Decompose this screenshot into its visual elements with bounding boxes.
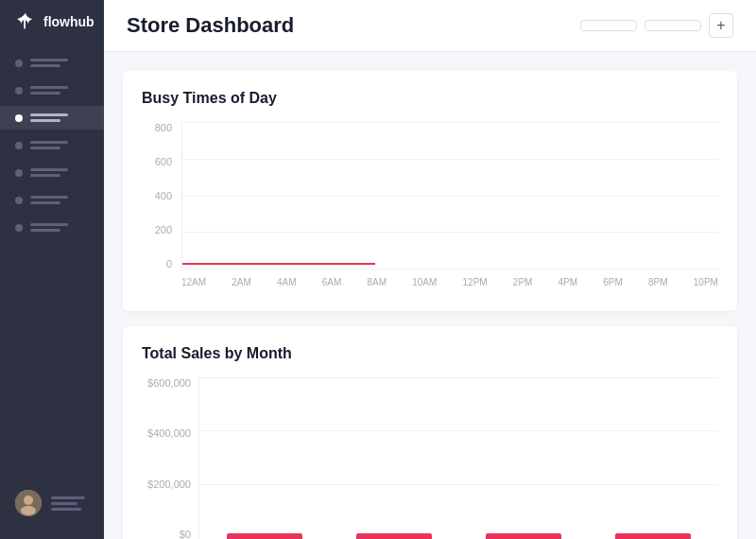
bar-group-september bbox=[329, 377, 458, 539]
busy-times-title: Busy Times of Day bbox=[142, 90, 718, 107]
sidebar-lines-2 bbox=[30, 86, 68, 95]
y-label-200: 200 bbox=[155, 224, 178, 235]
busy-plot-area bbox=[181, 122, 718, 270]
busy-y-labels: 800 600 400 200 0 bbox=[142, 122, 178, 270]
busy-times-chart: 800 600 400 200 0 12AM bbox=[142, 122, 718, 292]
avatar-image bbox=[15, 490, 42, 516]
total-sales-section: Total Sales by Month $600,000 $400,000 $… bbox=[123, 326, 737, 539]
x-label-8pm: 8PM bbox=[648, 277, 668, 287]
x-label-8am: 8AM bbox=[368, 277, 387, 287]
sidebar-dot-7 bbox=[15, 224, 23, 232]
busy-chart-area: 800 600 400 200 0 12AM bbox=[142, 122, 718, 292]
sidebar-dot-6 bbox=[15, 197, 23, 204]
bar-grid-top bbox=[199, 377, 718, 378]
y-label-0: 0 bbox=[166, 258, 178, 270]
x-label-10pm: 10PM bbox=[694, 277, 718, 287]
logo: flowhub bbox=[0, 11, 110, 51]
grid-line-2 bbox=[182, 159, 718, 160]
sidebar-dot-4 bbox=[15, 142, 23, 149]
avatar[interactable] bbox=[15, 490, 42, 516]
sales-y-200k: $200,000 bbox=[147, 478, 197, 490]
y-label-600: 600 bbox=[155, 156, 178, 167]
sidebar-lines-6 bbox=[30, 196, 68, 204]
sidebar-item-2[interactable] bbox=[0, 78, 104, 102]
sidebar-nav bbox=[0, 51, 104, 478]
sidebar-dot-2 bbox=[15, 87, 23, 95]
filter-btn-2[interactable] bbox=[644, 20, 701, 31]
bar-august bbox=[227, 533, 302, 539]
main-content: Store Dashboard + Busy Times of Day 800 … bbox=[104, 0, 756, 539]
sidebar-dot-1 bbox=[15, 60, 23, 67]
sidebar-footer-lines bbox=[51, 496, 85, 511]
busy-times-section: Busy Times of Day 800 600 400 200 0 bbox=[123, 71, 737, 311]
x-label-4am: 4AM bbox=[277, 277, 297, 287]
bar-group-august bbox=[199, 377, 329, 539]
bar-group-november bbox=[589, 377, 718, 539]
sidebar: flowhub bbox=[0, 0, 104, 539]
grid-line-4 bbox=[182, 232, 718, 233]
header-controls: + bbox=[580, 13, 733, 38]
sales-plot-area bbox=[198, 377, 718, 539]
sales-y-600k: $600,000 bbox=[147, 377, 197, 389]
x-label-4pm: 4PM bbox=[558, 277, 578, 287]
svg-point-2 bbox=[21, 506, 36, 515]
x-label-2pm: 2PM bbox=[513, 277, 533, 287]
bar-grid-3 bbox=[199, 484, 718, 485]
add-button[interactable]: + bbox=[709, 13, 733, 38]
bar-october bbox=[486, 533, 561, 539]
logo-icon bbox=[15, 11, 36, 32]
sidebar-dot-5 bbox=[15, 169, 23, 177]
bar-november bbox=[615, 533, 691, 539]
grid-line-top bbox=[182, 122, 718, 123]
sidebar-dot-3 bbox=[15, 114, 23, 122]
filter-btn-1[interactable] bbox=[580, 20, 637, 31]
x-label-12am: 12AM bbox=[181, 277, 206, 287]
logo-text: flowhub bbox=[43, 14, 94, 29]
x-label-12pm: 12PM bbox=[463, 277, 488, 287]
sidebar-lines-7 bbox=[30, 223, 68, 232]
sidebar-item-6[interactable] bbox=[0, 188, 104, 212]
sidebar-item-3[interactable] bbox=[0, 106, 104, 130]
sidebar-item-7[interactable] bbox=[0, 216, 104, 239]
busy-data-line bbox=[182, 263, 375, 265]
sidebar-footer bbox=[0, 478, 100, 528]
x-label-10am: 10AM bbox=[412, 277, 437, 287]
sales-y-400k: $400,000 bbox=[147, 427, 197, 439]
sales-y-labels: $600,000 $400,000 $200,000 $0 bbox=[142, 377, 197, 539]
x-label-6pm: 6PM bbox=[603, 277, 623, 287]
bar-september bbox=[356, 533, 432, 539]
y-label-400: 400 bbox=[155, 190, 178, 201]
x-label-6am: 6AM bbox=[322, 277, 342, 287]
sidebar-lines-1 bbox=[30, 59, 68, 67]
sidebar-item-4[interactable] bbox=[0, 133, 104, 157]
x-label-2am: 2AM bbox=[232, 277, 251, 287]
sidebar-lines-3 bbox=[30, 113, 68, 122]
total-sales-title: Total Sales by Month bbox=[142, 345, 718, 362]
bar-group-october bbox=[459, 377, 589, 539]
y-label-800: 800 bbox=[155, 122, 178, 133]
busy-x-labels: 12AM 2AM 4AM 6AM 8AM 10AM 12PM 2PM 4PM 6… bbox=[181, 271, 718, 292]
sales-bar-chart: $600,000 $400,000 $200,000 $0 bbox=[142, 377, 718, 539]
grid-line-3 bbox=[182, 196, 718, 197]
sidebar-item-1[interactable] bbox=[0, 51, 104, 75]
sales-y-0: $0 bbox=[180, 529, 197, 539]
sidebar-item-5[interactable] bbox=[0, 161, 104, 184]
page-title: Store Dashboard bbox=[127, 13, 294, 38]
sidebar-lines-5 bbox=[30, 168, 68, 177]
sales-chart-container: $600,000 $400,000 $200,000 $0 bbox=[142, 377, 718, 539]
bar-grid-2 bbox=[199, 430, 718, 431]
sidebar-lines-4 bbox=[30, 141, 68, 149]
page-header: Store Dashboard + bbox=[104, 0, 756, 52]
svg-point-1 bbox=[24, 496, 33, 505]
